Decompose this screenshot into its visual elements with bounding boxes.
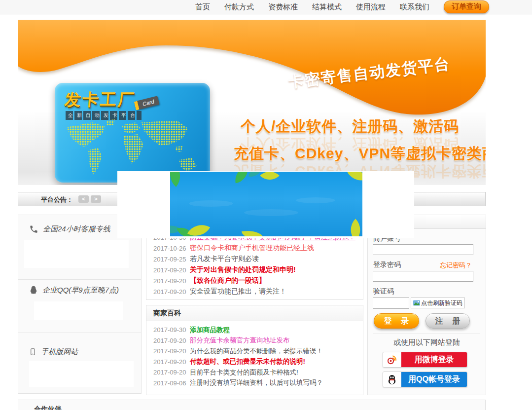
captcha-label: 验证码 [373,287,394,296]
merchant-wiki-card: 商家百科 2017-09-30 添加商品教程 2017-09-20 部分充值卡余… [146,305,363,395]
leaf-decoration [242,228,263,236]
world-map-graphic [60,118,205,179]
banner-headline-1-reflection: 个人/企业软件、注册码、激活码 [241,134,459,154]
nav-usage-flow[interactable]: 使用流程 [356,2,386,12]
alt-login-text: 或使用以下网站登陆 [368,338,486,347]
wiki-link[interactable]: 付款超时、或已扣费显示未付款的说明! [190,357,305,366]
notice-link[interactable]: 密保口令卡和商户手机管理功能已经上线 [190,244,314,253]
notice-date: 2017-10-26 [153,245,190,252]
wiki-link[interactable]: 添加商品教程 [190,326,230,335]
mobile-qr-box [29,361,134,387]
leaf-decoration [187,219,210,236]
popup-overlay [117,171,414,238]
brand-card-tag: Card [134,96,160,110]
leaf-decoration [170,172,187,187]
contact-sidebar: 全国24小时客服专线 企业QQ(早9点至晚7点) 手机版网站 [18,215,142,394]
wiki-link[interactable]: 为什么我的商品分类不能删除，老提示错误！ [190,347,323,356]
wiki-date: 2017-09-20 [153,358,190,366]
captcha-refresh-button[interactable]: 点击刷新验证码 [411,298,465,308]
password-input[interactable] [373,271,473,282]
nav-home[interactable]: 首页 [195,2,210,12]
captcha-refresh-label: 点击刷新验证码 [421,299,462,307]
login-divider [373,334,480,334]
notice-link[interactable]: 安全设置功能已推出，请关注！ [190,287,286,296]
notice-date: 2017-09-25 [153,256,190,263]
notice-link[interactable]: 若凡发卡平台守则必读 [190,255,259,263]
hotline-label: 全国24小时客服专线 [43,224,110,234]
notice-row: 2017-10-26 密保口令卡和商户手机管理功能已经上线 [146,243,363,254]
partners-section: 合作伙伴 [18,400,486,410]
weibo-login-button[interactable]: 用微博登录 [383,352,467,368]
brand-logo: 发卡工厂 [64,89,136,111]
notice-row: 2017-09-20 安全设置功能已推出，请关注！ [146,286,363,297]
mobile-site-section: 手机版网站 [29,347,78,357]
wiki-row: 2017-09-20 目前平台卡类支付的面额及卡种格式! [146,367,363,378]
popup-banner-image[interactable] [170,172,362,236]
captcha-input[interactable] [373,297,409,309]
wiki-row: 2017-09-20 部分充值卡余额官方查询地址发布 [146,335,363,346]
register-button[interactable]: 注 册 [426,313,470,329]
account-input[interactable] [373,244,473,255]
wiki-row: 2017-09-06 注册时没有填写详细资料，以后可以填写吗？ [146,378,363,389]
order-query-button[interactable]: 订单查询 [444,0,489,13]
wiki-row: 2017-09-30 添加商品教程 [146,325,363,335]
notice-date: 2017-09-20 [153,266,190,274]
top-navigation: 首页 付款方式 资费标准 结算模式 使用流程 联系我们 订单查询 [0,0,532,14]
notice-row: 2017-09-20 【致各位商户的一段话】 [146,275,363,286]
merchant-login-panel: 商户账号 登录密码 忘记密码？ 验证码 点击刷新验证码 登 录 注 册 或使用以… [367,215,486,395]
announcement-prev-button[interactable]: < [78,195,89,203]
notice-date: 2017-09-20 [153,288,190,296]
wiki-row: 2017-09-20 付款超时、或已扣费显示未付款的说明! [146,357,363,368]
nav-fee-standards[interactable]: 资费标准 [268,2,298,12]
wiki-date: 2017-09-20 [153,369,190,376]
nav-contact-us[interactable]: 联系我们 [400,2,429,12]
wiki-link[interactable]: 目前平台卡类支付的面额及卡种格式! [190,368,298,377]
wiki-row: 2017-09-20 为什么我的商品分类不能删除，老提示错误！ [146,346,363,357]
nav-settlement-mode[interactable]: 结算模式 [312,2,342,12]
qq-login-button[interactable]: 用QQ帐号登录 [383,372,467,387]
qq-penguin-icon [383,372,401,387]
sidebar-divider [18,279,141,280]
mobile-icon [29,347,36,357]
leaf-decoration [344,219,362,236]
mobile-site-label: 手机版网站 [41,347,78,357]
wiki-link[interactable]: 注册时没有填写详细资料，以后可以填写吗？ [190,378,323,387]
notice-date: 2017-09-20 [153,277,190,285]
wiki-card-title: 商家百科 [146,305,363,321]
qq-icon [29,286,38,295]
qq-number-box [34,301,123,320]
leaf-decoration [260,172,280,186]
sidebar-divider [18,332,141,333]
weibo-login-label: 用微博登录 [401,352,467,367]
qq-label: 企业QQ(早9点至晚7点) [42,286,119,295]
notice-link[interactable]: 【致各位商户的一段话】 [190,276,266,285]
hero-banner: 卡密寄售自动发货平台 发卡工厂 Card 全新自动发卡平台 个人/企业软件、注册… [18,20,486,185]
image-icon [413,299,420,306]
hotline-number-box [24,240,129,268]
partners-title: 合作伙伴 [34,405,62,410]
announcement-bar-label: 平台公告： [41,195,73,204]
notice-link[interactable]: 关于对出售假卡的处罚规定和申明! [190,265,296,274]
leaf-decoration [346,172,362,185]
password-label: 登录密码 [373,261,401,269]
notice-row: 2017-09-20 关于对出售假卡的处罚规定和申明! [146,264,363,275]
qq-login-label: 用QQ帐号登录 [401,372,467,387]
phone-icon [29,224,38,234]
forgot-password-link[interactable]: 忘记密码？ [440,261,472,270]
wiki-date: 2017-09-06 [153,379,190,387]
brand-card: 发卡工厂 Card 全新自动发卡平台 [55,83,210,183]
login-button[interactable]: 登 录 [374,313,419,329]
wiki-date: 2017-09-20 [153,337,190,344]
leaf-decoration [233,172,250,183]
wiki-link[interactable]: 部分充值卡余额官方查询地址发布 [190,336,290,345]
weibo-icon [383,352,401,367]
wiki-date: 2017-09-30 [153,326,190,334]
notice-row: 2017-09-25 若凡发卡平台守则必读 [146,254,363,264]
qq-section: 企业QQ(早9点至晚7点) [29,286,119,295]
hotline-section: 全国24小时客服专线 [29,224,110,234]
announcement-next-button[interactable]: > [91,195,101,203]
nav-payment-methods[interactable]: 付款方式 [224,2,254,12]
wiki-date: 2017-09-20 [153,347,190,355]
